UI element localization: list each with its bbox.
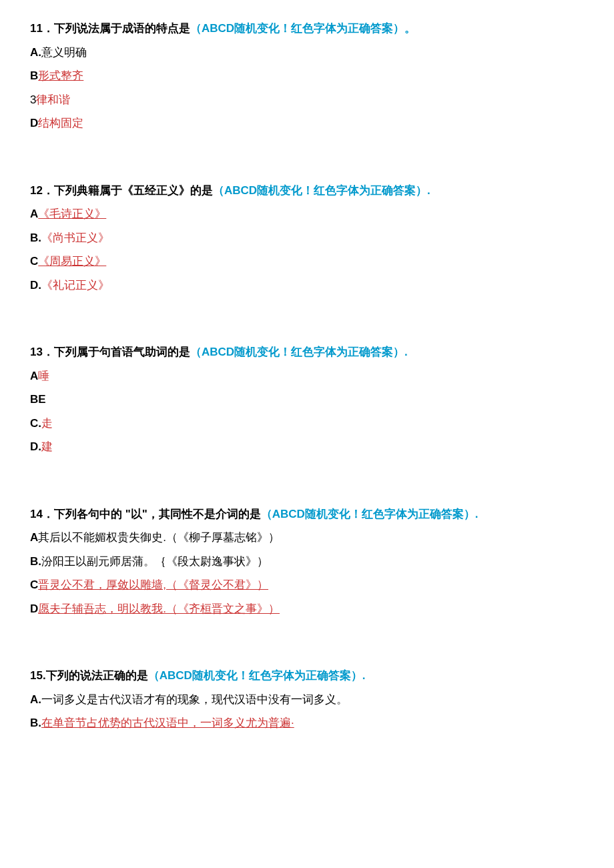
question-stem: 13．下列属于句首语气助词的是（ABCD随机变化！红色字体为正确答案）. — [30, 344, 584, 361]
option-label: C. — [30, 417, 41, 430]
option-line: D.《礼记正义》 — [30, 277, 584, 294]
option-label: B — [30, 69, 38, 82]
question-stem: 14．下列各句中的 "以"，其同性不是介词的是（ABCD随机变化！红色字体为正确… — [30, 506, 584, 523]
question-stem: 15.下列的说法正确的是（ABCD随机变化！红色字体为正确答案）. — [30, 667, 584, 685]
option-label: A. — [30, 46, 41, 59]
option-label: B. — [30, 717, 41, 729]
option-line: B形式整齐 — [30, 67, 584, 85]
question-number: 14 — [30, 508, 43, 520]
option-line: D愿夫子辅吾志，明以教我.（《齐桓晋文之事》） — [30, 600, 584, 618]
question-stem: 12．下列典籍属于《五经正义》的是（ABCD随机变化！红色字体为正确答案）. — [30, 182, 584, 199]
question-hint: （ABCD随机变化！红色字体为正确答案）. — [213, 184, 430, 197]
option-text: 汾阳王以副元师居蒲。｛《段太尉逸事状》） — [41, 555, 268, 568]
option-line: B.在单音节占优势的古代汉语中，一词多义尤为普遍· — [30, 715, 584, 732]
option-line: 3律和谐 — [30, 91, 584, 109]
option-text: 《周易正义》 — [38, 255, 106, 268]
option-line: BE — [30, 391, 584, 408]
question-hint: （ABCD随机变化！红色字体为正确答案）。 — [190, 22, 416, 35]
option-text: 《尚书正义》 — [41, 232, 109, 244]
question-hint: （ABCD随机变化！红色字体为正确答案）. — [190, 346, 408, 358]
question-text: ．下列典籍属于《五经正义》的是 — [43, 184, 213, 197]
option-text: 唾 — [38, 370, 49, 382]
option-text: 形式整齐 — [38, 69, 83, 82]
option-label: D. — [30, 279, 41, 292]
question-hint: （ABCD随机变化！红色字体为正确答案）. — [261, 508, 479, 520]
option-label: A — [30, 370, 38, 382]
question-block: 15.下列的说法正确的是（ABCD随机变化！红色字体为正确答案）.A.一词多义是… — [30, 667, 584, 732]
question-number: 13 — [30, 346, 43, 358]
option-text: 建 — [41, 440, 53, 453]
question-block: 11．下列说法属于成语的特点是（ABCD随机变化！红色字体为正确答案）。A.意义… — [30, 20, 584, 132]
question-stem: 11．下列说法属于成语的特点是（ABCD随机变化！红色字体为正确答案）。 — [30, 20, 584, 37]
option-text: 律和谐 — [36, 93, 70, 106]
option-label: D — [30, 117, 38, 129]
option-text: 走 — [41, 417, 53, 430]
question-block: 12．下列典籍属于《五经正义》的是（ABCD随机变化！红色字体为正确答案）.A《… — [30, 182, 584, 294]
option-line: A.一词多义是古代汉语才有的现象，现代汉语中没有一词多义。 — [30, 691, 584, 709]
option-line: C晋灵公不君，厚敛以雕墙,（《督灵公不君》） — [30, 576, 584, 594]
option-label: A — [30, 531, 38, 544]
question-number: 11 — [30, 22, 43, 35]
question-text: ．下列属于句首语气助词的是 — [43, 346, 190, 358]
question-text: 下列的说法正确的是 — [46, 669, 148, 682]
question-block: 13．下列属于句首语气助词的是（ABCD随机变化！红色字体为正确答案）.A唾BE… — [30, 344, 584, 456]
question-block: 14．下列各句中的 "以"，其同性不是介词的是（ABCD随机变化！红色字体为正确… — [30, 506, 584, 618]
option-line: D结构固定 — [30, 115, 584, 132]
option-label: C — [30, 578, 38, 591]
question-number: 15. — [30, 669, 46, 682]
option-line: A其后以不能媚权贵失御史.（《柳子厚墓志铭》） — [30, 529, 584, 546]
option-line: C.走 — [30, 415, 584, 432]
option-text: 其后以不能媚权贵失御史.（《柳子厚墓志铭》） — [38, 531, 280, 544]
question-hint: （ABCD随机变化！红色字体为正确答案）. — [148, 669, 366, 682]
option-label: B. — [30, 232, 41, 244]
option-text: 愿夫子辅吾志，明以教我.（《齐桓晋文之事》） — [38, 602, 280, 615]
option-line: B.《尚书正义》 — [30, 230, 584, 247]
option-text: 在单音节占优势的古代汉语中，一词多义尤为普遍· — [41, 717, 294, 729]
option-label: A — [30, 207, 38, 220]
option-label: D — [30, 602, 38, 615]
option-line: A《毛诗正义》 — [30, 205, 584, 223]
question-text: ．下列各句中的 "以"，其同性不是介词的是 — [43, 508, 261, 520]
option-line: A唾 — [30, 368, 584, 385]
option-label: D. — [30, 440, 41, 453]
option-line: D.建 — [30, 438, 584, 456]
option-label: A. — [30, 693, 41, 706]
option-text: 《礼记正义》 — [41, 279, 109, 292]
option-label: C — [30, 255, 38, 268]
option-line: C《周易正义》 — [30, 253, 584, 270]
option-text: 意义明确 — [41, 46, 87, 59]
option-label: B. — [30, 555, 41, 568]
option-text: 一词多义是古代汉语才有的现象，现代汉语中没有一词多义。 — [41, 693, 348, 706]
question-number: 12 — [30, 184, 43, 197]
option-text: 晋灵公不君，厚敛以雕墙,（《督灵公不君》） — [38, 578, 268, 591]
option-text: 结构固定 — [38, 117, 83, 129]
option-label: BE — [30, 393, 46, 406]
option-line: B.汾阳王以副元师居蒲。｛《段太尉逸事状》） — [30, 553, 584, 570]
option-line: A.意义明确 — [30, 44, 584, 61]
option-text: 《毛诗正义》 — [38, 207, 106, 220]
question-text: ．下列说法属于成语的特点是 — [43, 22, 190, 35]
